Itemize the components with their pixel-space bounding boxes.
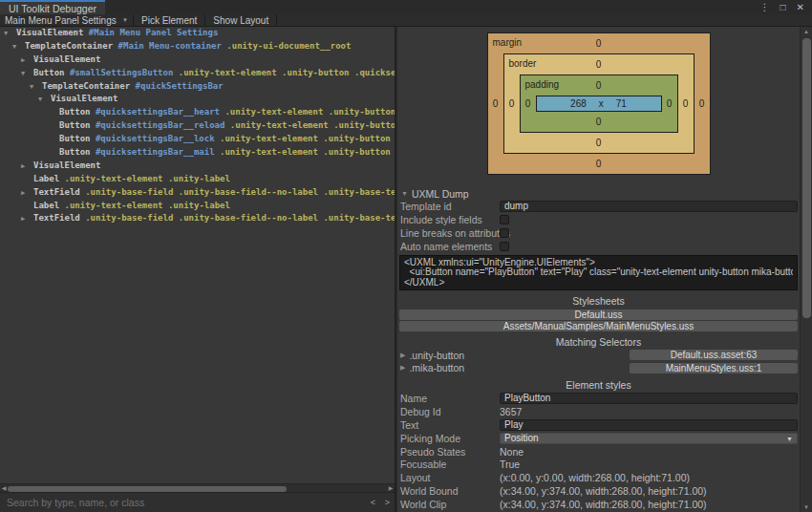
collapse-arrow-icon[interactable]: ▼ [30,81,42,94]
tree-item-classes: .unity-ui-document__root [222,41,351,51]
template-id-row: Template id [397,200,800,213]
tree-item[interactable]: ▶VisualElement [0,53,395,67]
stylesheet-button[interactable]: Default.uss [399,309,798,320]
horizontal-scrollbar[interactable]: ◀ ▶ [0,483,395,492]
collapse-arrow-icon[interactable]: ▼ [401,190,408,197]
selector-source-button[interactable]: Default.uss.asset:63 [630,350,798,360]
margin-bottom-value: 0 [488,154,710,174]
uxml-checkboxes: Include style fieldsLine breaks on attri… [397,213,800,253]
border-left-value: 0 [504,75,520,133]
style-label: World Clip [400,499,500,510]
expand-arrow-icon[interactable]: ▶ [21,54,33,67]
style-row: Debug Id3657 [397,405,800,418]
expand-arrow-icon[interactable]: ▶ [21,187,33,200]
style-row: Picking ModePosition▼ [397,432,800,445]
style-label: Debug Id [400,406,500,417]
tree-item-classes: .unity-text-element .unity-button .quick… [215,134,395,143]
maximize-icon[interactable]: □ [780,2,786,12]
collapse-arrow-icon[interactable]: ▼ [12,41,25,53]
ui-toolkit-debugger-window: UI Toolkit Debugger ⋮ □ ✕ Main Menu Pane… [0,0,812,512]
collapse-arrow-icon[interactable]: ▼ [21,68,33,80]
style-row: World Bound(x:34.00, y:374.00, width:268… [397,484,800,498]
checkbox-row: Auto name elements [397,240,800,253]
tree-item[interactable]: ▼VisualElement #Main Menu Panel Settings [0,27,395,40]
style-value: 3657 [500,406,522,417]
scroll-up-icon[interactable]: ▲ [801,29,812,34]
style-label: World Bound [400,485,500,497]
include-style-fields-checkbox[interactable] [500,215,509,224]
padding-label: padding [525,79,560,90]
pick-element-button[interactable]: Pick Element [134,14,205,26]
vertical-scrollbar[interactable]: ▲ ▼ [800,27,812,512]
collapse-arrow-icon[interactable]: ▼ [38,94,51,106]
tree-item-type: TemplateContainer [42,81,130,91]
auto-name-elements-checkbox[interactable] [500,242,509,251]
content-height-value: 71 [616,98,627,109]
margin-label: margin [493,37,523,48]
style-rows: NamePlayButtonDebug Id3657TextPlayPickin… [397,392,800,512]
style-row: Layout(x:0.00, y:0.00, width:268.00, hei… [397,471,800,484]
expand-arrow-icon[interactable]: ▶ [400,364,405,372]
style-value: (x:34.00, y:374.00, width:268.00, height… [500,485,707,497]
tree-item[interactable]: Label .unity-text-element .unity-label [0,173,395,186]
scroll-left-icon[interactable]: ◀ [0,484,8,493]
tree-item[interactable]: ▼Button #smallSettingsButton .unity-text… [0,67,395,80]
content-size-separator: x [599,98,604,109]
style-value: None [500,446,524,458]
line-breaks-on-attributes-checkbox[interactable] [500,228,509,238]
style-row: TextPlay [397,418,800,432]
stylesheet-button[interactable]: Assets/ManualSamples/MainMenuStyles.uss [399,321,798,331]
picking-mode-dropdown[interactable]: Position▼ [500,433,798,444]
search-input[interactable] [0,497,366,508]
style-label: Focusable [400,459,500,470]
border-right-value: 0 [678,75,694,133]
menu-icon[interactable]: ⋮ [760,2,770,12]
style-value-field[interactable]: PlayButton [500,393,798,404]
scroll-right-icon[interactable]: ▶ [387,484,395,493]
style-value-field[interactable]: Play [500,419,798,431]
tree-item[interactable]: ▼VisualElement [0,93,395,106]
style-label: Picking Mode [400,433,500,444]
style-label: Name [400,393,500,404]
search-next-button[interactable]: > [380,498,395,507]
debugger-toolbar: Main Menu Panel Settings ▼ Pick Element … [0,14,812,27]
vertical-scrollbar-thumb[interactable] [802,38,811,318]
uxml-dump-foldout[interactable]: ▼ UXML Dump [397,187,800,200]
tree-item[interactable]: Button #quicksettingsBar__heart .unity-t… [0,106,395,119]
template-id-input[interactable] [500,201,798,212]
panel-selector-dropdown[interactable]: Main Menu Panel Settings ▼ [0,14,134,26]
tree-item[interactable]: ▶TextField .unity-base-field .unity-base… [0,186,395,200]
search-prev-button[interactable]: < [366,498,380,507]
expand-arrow-icon[interactable]: ▶ [21,160,33,173]
collapse-arrow-icon[interactable]: ▼ [4,28,16,40]
tree-item-id: #Main Menu-container [113,41,222,51]
close-icon[interactable]: ✕ [797,2,804,12]
checkbox-label: Line breaks on attributes [400,227,500,239]
tree-item-id: #quicksettingsBar__lock [91,134,215,143]
margin-right-value: 0 [694,53,710,154]
checkbox-row: Include style fields [397,213,800,226]
tree-item[interactable]: Label .unity-text-element .unity-label [0,200,395,213]
window-controls: ⋮ □ ✕ [760,0,812,14]
show-layout-button[interactable]: Show Layout [205,14,277,26]
selector-source-button[interactable]: MainMenuStyles.uss:1 [630,363,798,373]
tree-item[interactable]: ▼TemplateContainer #quickSettingsBar [0,80,395,94]
expand-arrow-icon[interactable]: ▶ [400,352,405,359]
uxml-code-box: <UXML xmlns:ui="UnityEngine.UIElements">… [399,255,798,291]
uxml-code-line: <UXML xmlns:ui="UnityEngine.UIElements"> [404,258,793,268]
horizontal-scrollbar-thumb[interactable] [8,486,287,492]
tree-item-classes: .unity-text-element .unity-button .quick… [173,68,395,77]
window-tab[interactable]: UI Toolkit Debugger [0,0,105,14]
scroll-down-icon[interactable]: ▼ [801,504,812,510]
tree-item-type: VisualElement [16,28,83,37]
selector-name: .mika-button [409,362,464,373]
tree-item[interactable]: Button #quicksettingsBar__mail .unity-te… [0,146,395,160]
matching-selector-row: ▶.unity-buttonDefault.uss.asset:63 [397,349,800,362]
tree-item[interactable]: ▼TemplateContainer #Main Menu-container … [0,40,395,53]
tree-item[interactable]: ▶TextField .unity-base-field .unity-base… [0,212,395,225]
tree-item[interactable]: Button #quicksettingsBar__lock .unity-te… [0,133,395,146]
expand-arrow-icon[interactable]: ▶ [21,213,33,225]
tree-item[interactable]: ▶VisualElement [0,160,395,173]
tree-item[interactable]: Button #quicksettingsBar__reload .unity-… [0,119,395,133]
element-tree: ▼VisualElement #Main Menu Panel Settings… [0,27,395,483]
